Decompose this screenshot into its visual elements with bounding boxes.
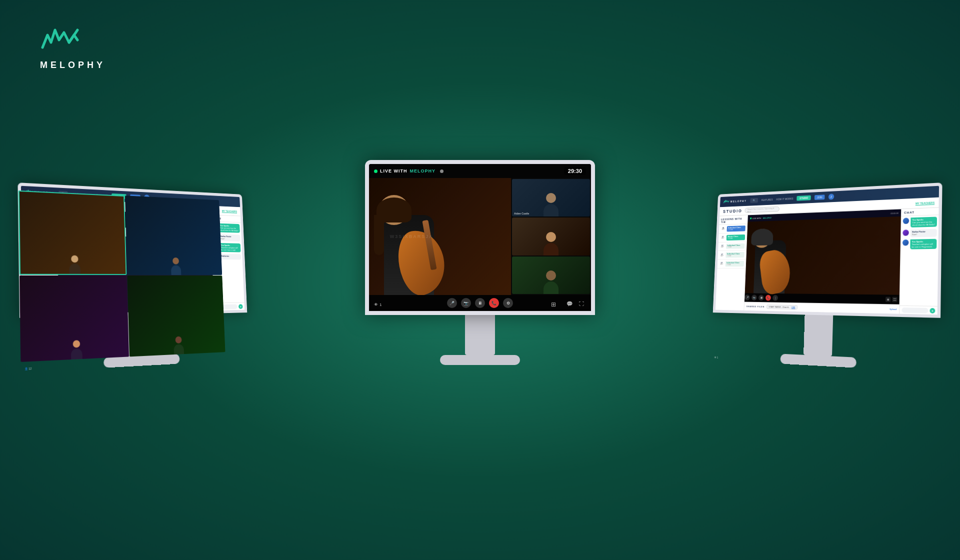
center-people-count: 👁 1 — [374, 302, 382, 307]
right-nav-how[interactable]: HOW IT WORKS — [776, 197, 793, 200]
left-video-panel: LIVE WITH MELOPHY 00:00:00 — [57, 209, 214, 314]
right-chat-panel: CHAT Tim Sparks Can you send me the chor… — [899, 208, 938, 315]
left-monitor: MELOPHY 🔍 TEACHERS HOW IT WORKS STUDIO J… — [18, 182, 249, 372]
right-monitor-screen: MELOPHY 🔍 FEATURES HOW IT WORKS STUDIO J… — [713, 182, 942, 318]
right-chat-avatar-1 — [903, 218, 910, 224]
center-thumb-3 — [512, 256, 590, 294]
right-expand-icon[interactable]: ⛶ — [892, 297, 898, 302]
right-hangup-btn[interactable]: 📞 — [766, 295, 771, 301]
right-chat-text-1: Can you send me the chord chart for Mi B… — [912, 220, 936, 226]
center-timer: 29:30 — [564, 167, 586, 175]
chat-bubble-1: Tim Sparks Can you send me the chord cha… — [218, 224, 240, 233]
right-app-logo-text: MELOPHY — [730, 200, 747, 203]
right-lesson-3[interactable]: 17 SEP Individual Class 7:00AM — [718, 242, 746, 251]
right-lesson-4[interactable]: 17 SEP Individual Class 7:00AM — [718, 250, 746, 260]
grid-cell-4 — [127, 276, 225, 314]
right-lesson-5[interactable]: 17 SEP Individual Class 7:00AM — [718, 260, 746, 268]
right-vc-icons: ⊞ ⛶ — [886, 297, 898, 302]
right-live-dot — [750, 218, 752, 220]
center-cam-btn[interactable]: 📷 — [461, 298, 471, 308]
chat-text-3: Teacher's adoption will be over here in … — [221, 246, 240, 251]
right-join-btn[interactable]: JOIN — [814, 194, 824, 200]
center-grid-icon[interactable]: ⊞ — [551, 301, 556, 308]
left-send-btn[interactable]: ➤ — [238, 304, 243, 309]
right-chat-title: CHAT — [904, 210, 914, 214]
right-my-teachers[interactable]: MY TEACHERS — [916, 201, 934, 205]
right-stand-base — [780, 354, 856, 368]
center-thumb-2 — [512, 218, 590, 255]
left-my-teachers[interactable]: MY TEACHERS — [222, 210, 237, 213]
chat-bubble-3: Tim Sparks Teacher's adoption will be ov… — [220, 243, 241, 252]
center-settings-btn[interactable]: ⚙ — [503, 298, 513, 308]
right-nav-search[interactable]: 🔍 — [750, 198, 758, 203]
right-lessons-title: LESSONS WITH TIM — [719, 215, 748, 225]
right-file-name: STAFF PAPER - Chart &... — [769, 306, 790, 308]
right-stand-neck — [804, 314, 833, 356]
right-chat-bubble-2: Stefan Pastor Sure! — [910, 229, 937, 237]
chat-name-4: Katherine — [222, 254, 240, 257]
center-screen-content: LIVE WITH MELOPHY 29:30 — [369, 164, 591, 311]
center-chat-icon[interactable]: 💬 — [565, 299, 574, 308]
right-studio-btn[interactable]: STUDIO — [797, 196, 811, 201]
right-mic-btn[interactable]: 🎤 — [744, 294, 750, 300]
right-send-btn[interactable]: ➤ — [930, 308, 935, 313]
right-chat-avatar-2 — [902, 230, 909, 236]
right-more-btn[interactable]: ⋮ — [772, 295, 778, 301]
center-rec-dot — [440, 170, 444, 173]
right-live-badge: LIVE WITH MELOPHY — [750, 216, 772, 220]
center-thumb-1: Aiden Castle — [512, 179, 590, 216]
left-monitor-screen: MELOPHY 🔍 TEACHERS HOW IT WORKS STUDIO J… — [18, 182, 247, 318]
right-chat-messages: Tim Sparks Can you send me the chord cha… — [900, 215, 939, 306]
right-chat-text-3: Teacher's adoption will be over in Finge… — [912, 242, 935, 248]
chat-text-1: Can you send me the chord chart for Mi B… — [220, 226, 238, 232]
center-stand-base — [440, 355, 520, 365]
right-screen-btn[interactable]: 🖥 — [758, 295, 764, 301]
right-shared-label: SHARED FILES — [746, 305, 764, 308]
right-chat-input[interactable] — [902, 307, 928, 313]
center-main-video: W3SIXBARSJA — [369, 178, 511, 295]
right-studio-app: MELOPHY 🔍 FEATURES HOW IT WORKS STUDIO J… — [716, 186, 939, 315]
grid-cell-3 — [22, 276, 129, 314]
grid-cell-2 — [125, 208, 222, 276]
right-grid-icon[interactable]: ⊞ — [886, 297, 890, 302]
right-video-main — [745, 216, 901, 295]
right-search-bar[interactable]: Search Your Lessons, Upcoming & More — [744, 206, 780, 213]
center-controls: 👁 1 🎤 📷 🖥 📞 ⚙ ⊞ 💬 ⛶ — [369, 295, 591, 311]
center-hangup-btn[interactable]: 📞 — [489, 298, 499, 308]
right-use-btn[interactable]: USE — [792, 306, 796, 308]
right-chat-msg-1: Tim Sparks Can you send me the chord cha… — [903, 217, 937, 228]
center-live-text: LIVE WITH — [380, 168, 408, 174]
center-live-brand: MELOPHY — [410, 168, 436, 174]
right-upload-btn[interactable]: Upload — [890, 308, 896, 311]
right-chat-bubble-1: Tim Sparks Can you send me the chord cha… — [910, 217, 937, 228]
right-shared-files: SHARED FILES STAFF PAPER - Chart &... US… — [744, 302, 899, 314]
left-app-main: LESSONS WITH TIM 16 SEP Individual Class… — [22, 208, 245, 315]
right-chat-text-2: Sure! — [912, 233, 936, 236]
right-nav-features[interactable]: FEATURES — [761, 198, 772, 202]
center-thumb-1-label: Aiden Castle — [514, 212, 529, 215]
right-lesson-1[interactable]: 16 SEP Individual Class 10:00AM — [719, 224, 748, 234]
center-icons-right: 💬 ⛶ — [565, 299, 586, 308]
right-video-panel: LIVE WITH MELOPHY 00:00:00 — [744, 209, 901, 314]
center-live-badge: LIVE WITH MELOPHY — [374, 168, 444, 174]
right-lesson-2[interactable]: 17 SEP Master Class 10:00AM — [718, 233, 747, 242]
center-fullscreen-icon[interactable]: ⛶ — [577, 299, 586, 308]
center-screen-share-btn[interactable]: 🖥 — [475, 298, 485, 308]
center-monitor-screen: LIVE WITH MELOPHY 29:30 — [365, 160, 595, 315]
grid-cell-1 — [22, 208, 127, 275]
center-monitor: LIVE WITH MELOPHY 29:30 — [365, 160, 595, 365]
logo-text: MELOPHY — [40, 60, 106, 70]
center-topbar: LIVE WITH MELOPHY 29:30 — [369, 164, 591, 178]
logo-area: MELOPHY — [40, 25, 106, 70]
center-mic-btn[interactable]: 🎤 — [447, 298, 457, 308]
right-chat-msg-3: Tim Sparks Teacher's adoption will be ov… — [902, 238, 937, 250]
center-live-dot — [374, 170, 378, 173]
right-cam-btn[interactable]: 📷 — [752, 294, 757, 300]
right-app-main: LESSONS WITH TIM 16 SEP Individual Class… — [716, 208, 939, 315]
right-chat-msg-2: Stefan Pastor Sure! — [902, 229, 936, 237]
chat-text-2: Sure! — [220, 238, 239, 240]
right-avatar: J — [828, 194, 834, 200]
right-timer: 00:00:00 — [890, 212, 898, 214]
left-studio-app: MELOPHY 🔍 TEACHERS HOW IT WORKS STUDIO J… — [21, 186, 244, 315]
right-file-chip: STAFF PAPER - Chart &... USE — [766, 304, 798, 310]
